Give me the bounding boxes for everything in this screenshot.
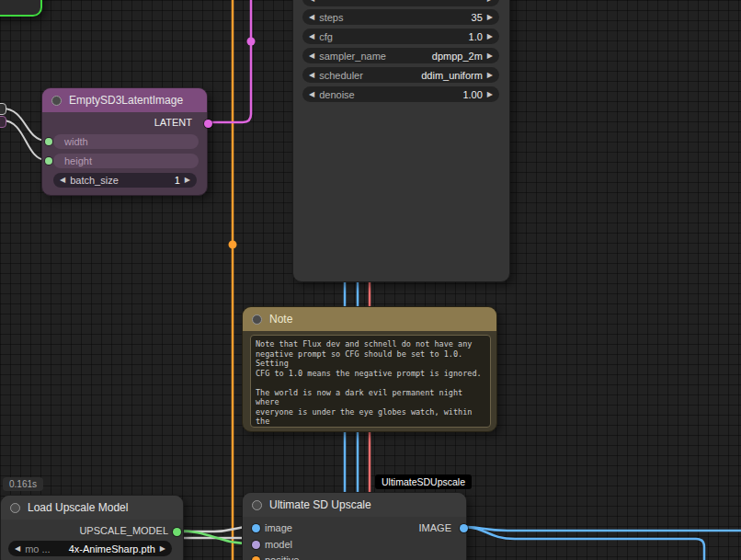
width-input-slot[interactable] — [45, 138, 52, 145]
collapse-dot-icon[interactable] — [252, 314, 262, 325]
image-output-label: IMAGE — [419, 522, 451, 533]
sampler-node[interactable]: ◀ ▶ ◀ steps 35 ▶ ◀ cfg 1.0 ▶ ◀ sampler_n… — [292, 0, 510, 282]
latent-output-label: LATENT — [154, 117, 192, 128]
positive-input-label: positive — [265, 554, 299, 560]
decrement-arrow-icon[interactable]: ◀ — [309, 14, 314, 21]
positive-input-slot[interactable] — [252, 556, 260, 560]
height-input-row[interactable]: height — [53, 154, 199, 168]
collapse-dot-icon[interactable] — [10, 503, 20, 513]
widget-label: mo ... — [25, 543, 51, 554]
decrement-arrow-icon[interactable]: ◀ — [309, 33, 314, 40]
widget-label: steps — [319, 12, 343, 23]
model-input-slot[interactable] — [252, 541, 260, 549]
upscale-model-output-slot[interactable] — [173, 528, 181, 536]
upscale-model-output-label: UPSCALE_MODEL — [79, 525, 168, 536]
collapse-dot-icon[interactable] — [51, 96, 62, 106]
offscreen-node-stub-top[interactable] — [0, 103, 6, 115]
sampler-widget-partial[interactable]: ◀ ▶ — [302, 0, 499, 6]
batch-size-widget[interactable]: ◀ batch_size 1 ▶ — [53, 173, 197, 188]
widget-value: 1.0 — [469, 31, 483, 42]
latent-wire — [206, 0, 251, 122]
conditioning-link-dot — [229, 241, 237, 249]
node-title-bar[interactable]: Ultimate SD Upscale — [243, 493, 466, 517]
node-title-bar[interactable]: Note — [243, 307, 496, 331]
latent-output-slot[interactable] — [204, 120, 212, 128]
decrement-arrow-icon[interactable]: ◀ — [309, 52, 314, 60]
width-label: width — [64, 136, 88, 147]
sampler-name-widget[interactable]: ◀ sampler_name dpmpp_2m ▶ — [302, 48, 499, 63]
widget-value: 1 — [175, 175, 180, 186]
widget-label: denoise — [319, 89, 355, 100]
widget-label: batch_size — [70, 175, 119, 186]
image-output-slot[interactable] — [460, 524, 468, 532]
image-input-label: image — [265, 522, 292, 533]
increment-arrow-icon[interactable]: ▶ — [487, 52, 493, 60]
node-title-bar[interactable]: Load Upscale Model — [1, 496, 183, 520]
increment-arrow-icon[interactable]: ▶ — [487, 72, 493, 79]
note-node[interactable]: Note Note that Flux dev and schnell do n… — [242, 306, 497, 432]
node-type-badge: UltimateSDUpscale — [375, 474, 472, 489]
width-input-wire — [3, 109, 46, 141]
empty-sd3-latent-image-node[interactable]: EmptySD3LatentImage LATENT width height … — [41, 87, 208, 196]
scheduler-widget[interactable]: ◀ scheduler ddim_uniform ▶ — [302, 67, 499, 83]
image-output-wire-2 — [462, 527, 704, 560]
decrement-arrow-icon[interactable]: ◀ — [309, 0, 314, 3]
decrement-arrow-icon[interactable]: ◀ — [60, 177, 65, 184]
increment-arrow-icon[interactable]: ▶ — [160, 545, 165, 553]
node-graph-canvas[interactable]: ◀ ▶ ◀ steps 35 ▶ ◀ cfg 1.0 ▶ ◀ sampler_n… — [0, 0, 741, 560]
width-input-row[interactable]: width — [53, 134, 199, 149]
height-label: height — [64, 155, 92, 166]
widget-label: scheduler — [319, 70, 363, 81]
denoise-widget[interactable]: ◀ denoise 1.00 ▶ — [302, 86, 499, 102]
decrement-arrow-icon[interactable]: ◀ — [15, 545, 20, 553]
height-input-slot[interactable] — [45, 157, 52, 165]
execution-time-badge: 0.161s — [3, 477, 43, 491]
model-input-label: model — [265, 539, 292, 550]
node-title: Load Upscale Model — [28, 501, 128, 514]
node-title: EmptySD3LatentImage — [69, 94, 183, 107]
increment-arrow-icon[interactable]: ▶ — [487, 14, 493, 21]
image-output-wire-1 — [462, 527, 741, 531]
collapse-dot-icon[interactable] — [252, 500, 262, 510]
offscreen-node-stub-bottom[interactable] — [0, 116, 6, 128]
widget-label: sampler_name — [319, 51, 386, 62]
increment-arrow-icon[interactable]: ▶ — [487, 33, 493, 40]
widget-value: 1.00 — [462, 89, 482, 100]
offscreen-node-green-outline[interactable] — [0, 0, 42, 17]
node-title: Ultimate SD Upscale — [269, 498, 371, 511]
decrement-arrow-icon[interactable]: ◀ — [309, 91, 314, 98]
widget-label: cfg — [319, 31, 333, 42]
widget-value: 4x-AnimeSharp.pth — [69, 543, 155, 554]
increment-arrow-icon[interactable]: ▶ — [185, 177, 190, 184]
widget-value: 35 — [472, 12, 483, 23]
ultimate-sd-upscale-node[interactable]: Ultimate SD Upscale image IMAGE model po… — [242, 492, 467, 560]
node-title-bar[interactable]: EmptySD3LatentImage — [42, 88, 207, 112]
model-name-widget[interactable]: ◀ mo ... 4x-AnimeSharp.pth ▶ — [8, 541, 172, 556]
widget-value: dpmpp_2m — [432, 51, 483, 62]
cfg-widget[interactable]: ◀ cfg 1.0 ▶ — [302, 29, 499, 44]
increment-arrow-icon[interactable]: ▶ — [487, 0, 493, 3]
latent-link-dot — [247, 38, 256, 46]
increment-arrow-icon[interactable]: ▶ — [487, 91, 493, 98]
widget-value: ddim_uniform — [421, 70, 483, 81]
decrement-arrow-icon[interactable]: ◀ — [309, 72, 314, 79]
image-input-slot[interactable] — [252, 524, 260, 532]
load-upscale-model-node[interactable]: Load Upscale Model UPSCALE_MODEL ◀ mo ..… — [0, 495, 184, 560]
note-text-area[interactable]: Note that Flux dev and schnell do not ha… — [250, 335, 491, 428]
node-title: Note — [269, 313, 292, 326]
steps-widget[interactable]: ◀ steps 35 ▶ — [302, 9, 499, 25]
